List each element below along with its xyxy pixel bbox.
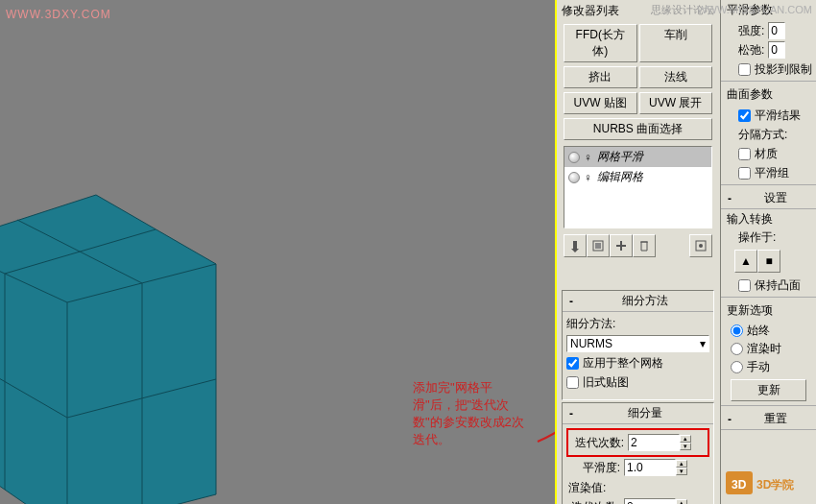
rollout-toggle[interactable]: - <box>564 407 578 420</box>
old-mapping-checkbox[interactable] <box>566 376 579 389</box>
lathe-button[interactable]: 车削 <box>639 24 713 62</box>
operate-poly-button[interactable]: ■ <box>757 250 780 273</box>
iterations-input[interactable] <box>628 434 680 451</box>
checkbox-label: 投影到限制 <box>755 61 812 78</box>
rollout-toggle[interactable]: - <box>564 295 578 308</box>
watermark-top-right: WWW.MISSYUAN.COM <box>697 4 812 15</box>
iterations-label: 迭代次数: <box>570 435 628 451</box>
keep-convex-checkbox[interactable] <box>738 279 751 292</box>
operate-face-button[interactable]: ▲ <box>734 250 757 273</box>
relax-input[interactable] <box>768 41 785 59</box>
expand-icon[interactable]: ♀ <box>584 151 593 164</box>
watermark-top-left: WWW.3DXY.COM <box>6 8 111 21</box>
rollout-title: 细分方法 <box>578 293 711 309</box>
svg-text:3D学院: 3D学院 <box>756 478 794 492</box>
modifier-stack[interactable]: ♀ 网格平滑 ♀ 编辑网格 <box>564 146 712 228</box>
stack-item-label: 编辑网格 <box>597 169 643 185</box>
no-projection-checkbox[interactable] <box>738 63 751 76</box>
checkbox-label: 旧式贴图 <box>583 374 629 391</box>
rollout-toggle[interactable]: - <box>723 413 736 426</box>
settings-title: 设置 <box>736 190 814 206</box>
make-unique-button[interactable] <box>610 234 633 257</box>
separate-by-label: 分隔方式: <box>721 127 816 143</box>
reset-title: 重置 <box>736 411 814 427</box>
subdiv-method-dropdown[interactable]: NURMS ▾ <box>566 335 709 352</box>
logo-3d-academy: 3D 3D学院 <box>726 466 812 500</box>
spinner-buttons[interactable]: ▴▾ <box>676 460 687 475</box>
update-now-button[interactable]: 更新 <box>731 379 806 401</box>
rollout-title: 细分量 <box>578 405 711 421</box>
svg-text:3D: 3D <box>732 478 747 492</box>
checkbox-label: 平滑组 <box>755 165 789 181</box>
dropdown-value: NURMS <box>570 337 612 350</box>
stack-toolbar <box>556 232 720 259</box>
nurbs-button[interactable]: NURBS 曲面选择 <box>564 118 712 140</box>
smoothness-label: 平滑度: <box>566 460 624 476</box>
svg-marker-0 <box>0 195 216 504</box>
modifier-panel: 修改器列表 思缘设计论坛 FFD(长方体) 车削 挤出 法线 UVW 贴图 UV… <box>555 0 720 504</box>
remove-modifier-button[interactable] <box>633 234 656 257</box>
update-render-radio[interactable] <box>731 343 743 355</box>
stack-item-editmesh[interactable]: ♀ 编辑网格 <box>564 167 711 187</box>
spinner-buttons[interactable]: ▴▾ <box>680 435 691 450</box>
strength-input[interactable] <box>768 22 785 39</box>
rollout-subdiv-amount: - 细分量 迭代次数: ▴▾ 平滑度: ▴▾ 渲染值: 迭代次数: ▴▾ <box>562 402 714 504</box>
checkbox-label: 应用于整个网格 <box>583 355 663 372</box>
highlight-box: 迭代次数: ▴▾ <box>566 428 709 457</box>
render-iterations-label: 迭代次数: <box>566 499 624 505</box>
uvw-unwrap-button[interactable]: UVW 展开 <box>639 92 713 114</box>
spinner-buttons[interactable]: ▴▾ <box>676 499 687 504</box>
cube-mesh <box>0 158 240 504</box>
subdiv-method-label: 细分方法: <box>566 316 615 332</box>
radio-label: 渲染时 <box>747 341 781 357</box>
svg-rect-11 <box>573 241 577 249</box>
extrude-button[interactable]: 挤出 <box>564 66 637 88</box>
strength-label: 强度: <box>738 23 768 39</box>
active-edge-highlight <box>555 0 557 504</box>
render-iterations-input[interactable] <box>624 498 676 504</box>
right-panel: 平滑参数 强度: 松弛: 投影到限制 曲面参数 平滑结果 分隔方式: 材质 平滑… <box>720 0 816 504</box>
update-always-radio[interactable] <box>731 324 743 337</box>
svg-point-15 <box>699 244 703 248</box>
render-values-label: 渲染值: <box>568 480 709 496</box>
uvw-map-button[interactable]: UVW 贴图 <box>564 92 637 114</box>
radio-label: 手动 <box>747 359 770 375</box>
relax-label: 松弛: <box>738 42 768 59</box>
apply-whole-mesh-checkbox[interactable] <box>566 357 579 370</box>
expand-icon[interactable]: ♀ <box>584 171 593 184</box>
radio-label: 始终 <box>747 323 770 339</box>
configure-sets-button[interactable] <box>689 234 712 257</box>
checkbox-label: 材质 <box>755 146 778 162</box>
show-end-result-button[interactable] <box>587 234 610 257</box>
curve-params-label: 曲面参数 <box>721 84 816 105</box>
ffd-button[interactable]: FFD(长方体) <box>564 24 637 62</box>
by-material-checkbox[interactable] <box>738 148 751 160</box>
chevron-down-icon: ▾ <box>700 337 706 350</box>
rollout-subdiv-method: - 细分方法 细分方法: NURMS ▾ 应用于整个网格 旧式贴图 <box>562 290 714 400</box>
pin-stack-button[interactable] <box>564 234 587 257</box>
stack-item-label: 网格平滑 <box>597 149 643 165</box>
operate-on-label: 操作于: <box>721 229 816 246</box>
normal-button[interactable]: 法线 <box>639 66 713 88</box>
stack-item-meshsmooth[interactable]: ♀ 网格平滑 <box>564 147 711 167</box>
update-options-label: 更新选项 <box>721 300 816 321</box>
smoothness-input[interactable] <box>624 459 676 476</box>
smooth-result-checkbox[interactable] <box>738 109 751 122</box>
rollout-toggle[interactable]: - <box>723 192 736 205</box>
modifier-list-label: 修改器列表 <box>562 3 619 19</box>
annotation-text: 添加完"网格平滑"后，把"迭代次数"的参安数改成2次迭代。 <box>413 379 528 448</box>
checkbox-label: 保持凸面 <box>755 277 801 294</box>
by-smoothgroup-checkbox[interactable] <box>738 167 751 180</box>
update-manual-radio[interactable] <box>731 361 743 373</box>
checkbox-label: 平滑结果 <box>755 108 801 124</box>
bulb-icon[interactable] <box>568 152 580 163</box>
input-convert-label: 输入转换 <box>721 209 816 229</box>
svg-rect-13 <box>595 243 601 249</box>
bulb-icon[interactable] <box>568 172 580 183</box>
